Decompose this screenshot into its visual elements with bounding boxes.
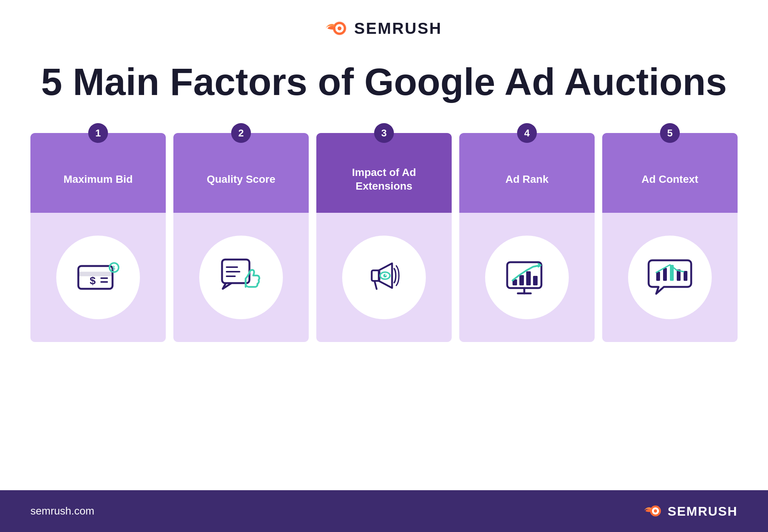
main-content: SEMRUSH 5 Main Factors of Google Ad Auct…: [0, 0, 768, 490]
footer-logo: SEMRUSH: [644, 503, 738, 519]
ad-context-icon: [647, 255, 693, 300]
svg-rect-31: [684, 271, 687, 281]
ad-rank-icon: [504, 255, 550, 300]
factor-number-4: 4: [517, 123, 537, 143]
factor-card-5: 5 Ad Context: [602, 133, 738, 342]
svg-text:$: $: [112, 265, 115, 271]
factor-body-2: [173, 213, 309, 342]
factor-header-3: 3 Impact of Ad Extensions: [316, 133, 452, 213]
factor-label-1: Maximum Bid: [63, 173, 133, 186]
svg-rect-22: [519, 275, 524, 285]
factor-card-2: 2 Quality Score: [173, 133, 309, 342]
factor-label-2: Quality Score: [207, 173, 276, 186]
factor-label-5: Ad Context: [641, 173, 698, 186]
svg-point-18: [383, 274, 387, 277]
quality-score-icon-circle: [199, 236, 283, 319]
ad-rank-icon-circle: [485, 236, 569, 319]
svg-point-34: [654, 509, 657, 513]
maximum-bid-icon: $ $: [75, 255, 121, 300]
factor-card-1: 1 Maximum Bid $: [30, 133, 166, 342]
footer-logo-text: SEMRUSH: [668, 504, 738, 519]
semrush-logo-icon: [326, 19, 349, 38]
factors-grid: 1 Maximum Bid $: [30, 133, 738, 342]
footer-logo-icon: [644, 503, 663, 519]
factor-card-3: 3 Impact of Ad Extensions: [316, 133, 452, 342]
factor-number-1: 1: [88, 123, 108, 143]
factor-header-2: 2 Quality Score: [173, 133, 309, 213]
ad-extensions-icon-circle: [342, 236, 426, 319]
factor-header-4: 4 Ad Rank: [459, 133, 595, 213]
svg-rect-28: [663, 268, 667, 281]
page-title: 5 Main Factors of Google Ad Auctions: [41, 61, 727, 103]
factor-header-5: 5 Ad Context: [602, 133, 738, 213]
svg-point-3: [338, 26, 341, 30]
factor-body-1: $ $: [30, 213, 166, 342]
factor-number-3: 3: [374, 123, 394, 143]
svg-rect-23: [526, 271, 531, 285]
footer: semrush.com SEMRUSH: [0, 490, 768, 532]
factor-body-5: [602, 213, 738, 342]
svg-rect-24: [533, 276, 538, 285]
factor-number-2: 2: [231, 123, 251, 143]
ad-context-icon-circle: [628, 236, 712, 319]
svg-rect-27: [656, 272, 660, 281]
factor-label-3: Impact of Ad Extensions: [325, 166, 443, 193]
logo-text: SEMRUSH: [354, 19, 442, 38]
logo-area: SEMRUSH: [326, 19, 442, 38]
maximum-bid-icon-circle: $ $: [56, 236, 140, 319]
factor-body-3: [316, 213, 452, 342]
factor-body-4: [459, 213, 595, 342]
factor-label-4: Ad Rank: [505, 173, 549, 186]
ad-extensions-icon: [361, 255, 407, 300]
factor-number-5: 5: [660, 123, 680, 143]
footer-url: semrush.com: [30, 505, 94, 517]
factor-card-4: 4 Ad Rank: [459, 133, 595, 342]
svg-text:$: $: [90, 275, 96, 287]
quality-score-icon: [218, 255, 264, 300]
factor-header-1: 1 Maximum Bid: [30, 133, 166, 213]
svg-point-19: [385, 274, 387, 276]
